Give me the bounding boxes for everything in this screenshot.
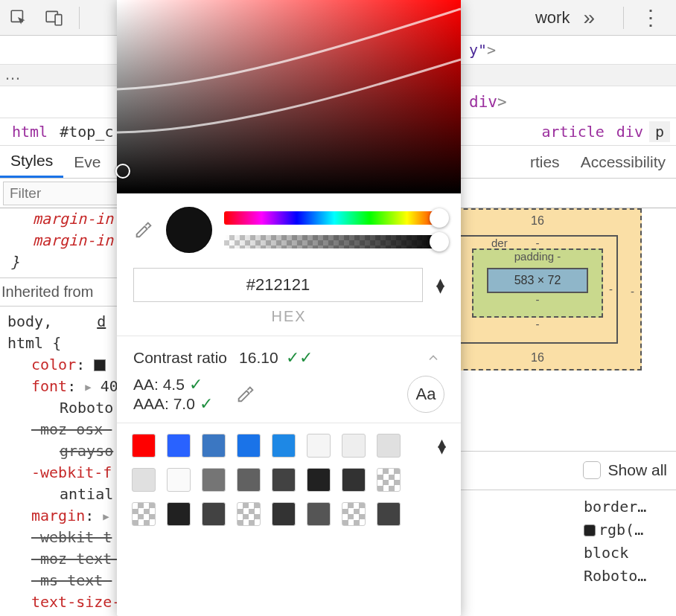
tab-properties[interactable]: rties (520, 146, 570, 178)
source-link[interactable]: d (52, 312, 106, 330)
tab-events[interactable]: Eve (63, 146, 111, 178)
prop-antialiased: antial (60, 485, 113, 503)
palette-swatch[interactable] (132, 434, 156, 458)
expand-icon[interactable]: ▶ (85, 381, 91, 393)
check-icon: ✓ (189, 375, 203, 394)
hue-handle[interactable] (430, 208, 449, 228)
tabs-overflow-icon[interactable]: » (583, 6, 595, 30)
color-picker-popover: ▴▾ HEX Contrast ratio 16.10 ✓✓ AA: 4.5 ✓… (117, 0, 461, 616)
computed-val: border… (584, 495, 673, 519)
computed-val: rgb(… (584, 519, 673, 542)
prop-margin[interactable]: margin (31, 507, 85, 524)
breadcrumb-p[interactable]: p (649, 121, 670, 142)
content-size[interactable]: 583 × 72 (487, 268, 588, 293)
palette-swatch[interactable] (167, 502, 191, 526)
saturation-value-area[interactable] (117, 0, 461, 193)
palette-swatch[interactable] (377, 502, 401, 526)
computed-val: block (584, 542, 673, 565)
aa-label: AA: 4.5 (133, 376, 185, 393)
palette-swatch[interactable] (272, 434, 296, 458)
tab-styles[interactable]: Styles (0, 146, 63, 178)
alpha-slider[interactable] (224, 235, 444, 248)
palette-swatch[interactable] (272, 468, 296, 492)
palette-swatch[interactable] (167, 434, 191, 458)
prop-webkit-font[interactable]: -webkit-f (31, 463, 112, 481)
check-icon: ✓ (200, 394, 213, 413)
box-model-diagram: 16 der - padding - 583 × 72 - - - 16 - (433, 208, 642, 370)
palette-swatch[interactable] (342, 468, 366, 492)
eyedropper-icon[interactable] (133, 219, 154, 240)
prop-color[interactable]: color (31, 356, 76, 373)
margin-bottom-value[interactable]: 16 (435, 351, 640, 365)
palette-swatch[interactable] (307, 502, 331, 526)
check-icon: ✓✓ (286, 348, 313, 368)
palette-row (132, 502, 446, 526)
palette-swatch[interactable] (202, 502, 226, 526)
color-swatch-icon[interactable] (94, 359, 106, 371)
prop-font-family: Roboto (60, 399, 113, 417)
palette-swatch[interactable] (132, 502, 156, 526)
breadcrumb-id[interactable]: #top_c (54, 121, 119, 142)
chevron-up-icon[interactable] (422, 347, 444, 369)
palette-swatch[interactable] (202, 468, 226, 492)
border-label: der (491, 237, 508, 249)
contrast-curve (117, 0, 461, 193)
selector-body[interactable]: body, (7, 312, 52, 330)
palette-swatch[interactable] (167, 468, 191, 492)
padding-label: padding - (473, 250, 602, 263)
palette-swatch[interactable] (307, 468, 331, 492)
inspect-icon[interactable] (7, 7, 30, 29)
selector-html[interactable]: html { (7, 334, 61, 352)
prop-font[interactable]: font (31, 377, 67, 395)
palette-swatch[interactable] (202, 434, 226, 458)
text-preview-badge[interactable]: Aa (407, 376, 444, 413)
margin-top-value[interactable]: 16 (435, 214, 640, 228)
show-all-checkbox[interactable] (583, 461, 601, 479)
palette-row (132, 468, 446, 492)
tab-network-partial[interactable]: work (535, 8, 570, 28)
breadcrumb-div[interactable]: div (610, 121, 649, 142)
contrast-value: 16.10 (239, 349, 278, 367)
hue-slider[interactable] (224, 211, 444, 225)
expand-icon-2[interactable]: ▶ (103, 510, 109, 522)
palette-swatch[interactable] (377, 468, 401, 492)
tab-accessibility[interactable]: Accessibility (570, 146, 676, 178)
device-toggle-icon[interactable] (43, 7, 66, 29)
palette-swatch[interactable] (132, 468, 156, 492)
svg-rect-2 (55, 14, 62, 25)
sv-handle[interactable] (115, 164, 130, 179)
palette-swatch[interactable] (307, 434, 331, 458)
palette-swatch[interactable] (237, 502, 261, 526)
show-all-row: Show all (583, 461, 667, 479)
alpha-handle[interactable] (430, 232, 449, 251)
palette-swatch[interactable] (272, 502, 296, 526)
palette-swatch[interactable] (342, 434, 366, 458)
palette-row: ▴▾ (132, 434, 446, 458)
breadcrumb-html[interactable]: html (6, 121, 54, 142)
palette-swatch[interactable] (377, 434, 401, 458)
contrast-label: Contrast ratio (133, 349, 227, 367)
breadcrumb-article[interactable]: article (536, 121, 610, 142)
show-all-label: Show all (608, 461, 667, 479)
format-spinner[interactable]: ▴▾ (436, 278, 444, 292)
palette-swatch[interactable] (237, 434, 261, 458)
palette: ▴▾ (117, 423, 461, 536)
palette-swatch[interactable] (342, 502, 366, 526)
background-eyedropper-icon[interactable] (235, 384, 256, 405)
computed-val: Roboto… (584, 565, 673, 588)
color-preview (166, 207, 212, 253)
color-swatch-icon[interactable] (584, 524, 596, 536)
palette-swatch[interactable] (237, 468, 261, 492)
format-label: HEX (117, 308, 461, 325)
aaa-label: AAA: 7.0 (133, 395, 195, 412)
more-menu-icon[interactable]: ⋮ (640, 5, 661, 30)
hex-input[interactable] (133, 268, 423, 302)
filter-input[interactable] (3, 182, 122, 205)
palette-spinner[interactable]: ▴▾ (438, 439, 446, 452)
